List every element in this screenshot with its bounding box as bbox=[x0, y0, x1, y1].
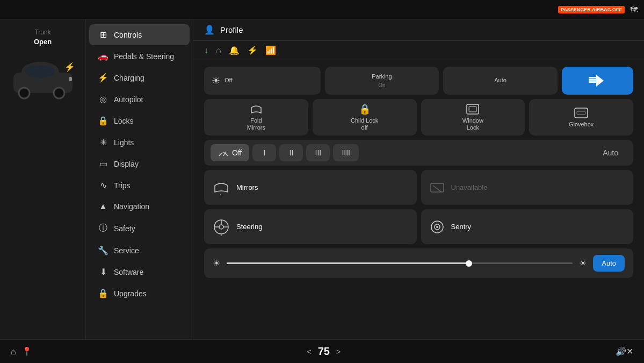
sidebar-item-upgrades[interactable]: 🔒 Upgrades bbox=[89, 283, 190, 304]
unavailable-label: Unavailable bbox=[451, 183, 625, 191]
sidebar-item-software[interactable]: ⬇ Software bbox=[89, 261, 190, 282]
parking-lights-button[interactable]: Parking On bbox=[325, 67, 439, 95]
sun-icon: ☀ bbox=[212, 75, 220, 87]
display-icon: ▭ bbox=[98, 159, 108, 169]
svg-text:↕: ↕ bbox=[220, 233, 223, 236]
sentry-card[interactable]: Sentry bbox=[421, 209, 634, 244]
sidebar-item-locks[interactable]: 🔒 Locks bbox=[89, 110, 190, 131]
unavailable-card[interactable]: Unavailable bbox=[421, 170, 634, 205]
taskbar-pin-icon[interactable]: 📍 bbox=[21, 346, 32, 357]
svg-rect-8 bbox=[589, 77, 596, 79]
home-status-icon: ⌂ bbox=[216, 46, 221, 55]
controls-label: Controls bbox=[114, 31, 142, 39]
locks-label: Locks bbox=[114, 117, 134, 125]
sidebar-item-service[interactable]: 🔧 Service bbox=[89, 240, 190, 261]
brightness-slider[interactable] bbox=[227, 262, 573, 264]
wiper-speed-2-button[interactable]: II bbox=[279, 144, 303, 161]
glovebox-label: Glovebox bbox=[569, 121, 594, 128]
high-beam-icon bbox=[589, 75, 606, 87]
mirrors-auto-label: Mirrors bbox=[236, 183, 408, 191]
svg-line-19 bbox=[433, 186, 442, 192]
exterior-lights-button[interactable]: ☀ Off bbox=[204, 67, 321, 95]
wiper-speed-3-button[interactable]: III bbox=[306, 144, 330, 161]
lights-control-row: ☀ Off Parking On Auto bbox=[204, 67, 633, 95]
sidebar-item-autopilot[interactable]: ◎ Autopilot bbox=[89, 89, 190, 110]
child-lock-button[interactable]: 🔒 Child Lockoff bbox=[313, 99, 417, 136]
speed-display: 75 bbox=[318, 345, 330, 358]
sidebar-item-controls[interactable]: ⊞ Controls bbox=[89, 24, 190, 45]
unavailable-icon bbox=[430, 180, 445, 195]
sidebar-item-display[interactable]: ▭ Display bbox=[89, 153, 190, 174]
misc-control-row: FoldMirrors 🔒 Child Lockoff WindowLock bbox=[204, 99, 633, 136]
taskbar: ⌂ 📍 < 75 > 🔊✕ bbox=[0, 339, 644, 363]
pedals-icon: 🚗 bbox=[98, 51, 108, 61]
navigation-icon: ▲ bbox=[98, 202, 108, 211]
steering-auto-icon: ↕ bbox=[213, 218, 230, 236]
svg-point-2 bbox=[25, 65, 55, 78]
svg-point-3 bbox=[19, 88, 30, 98]
brightness-auto-button[interactable]: Auto bbox=[593, 255, 625, 272]
auto-lights-label: Auto bbox=[494, 77, 506, 84]
window-lock-label: WindowLock bbox=[462, 117, 483, 131]
auto-adjust-row-2: ↕ Steering Sentry bbox=[204, 209, 633, 244]
parking-label: Parking bbox=[372, 73, 392, 80]
trips-icon: ∿ bbox=[98, 180, 108, 190]
glovebox-button[interactable]: Glovebox bbox=[529, 99, 633, 136]
wiper-speed-1-button[interactable]: I bbox=[252, 144, 276, 161]
sidebar-item-trips[interactable]: ∿ Trips bbox=[89, 175, 190, 196]
service-icon: 🔧 bbox=[98, 245, 108, 255]
svg-point-21 bbox=[219, 225, 223, 229]
steering-auto-card[interactable]: ↕ Steering bbox=[204, 209, 417, 244]
fold-mirrors-button[interactable]: FoldMirrors bbox=[204, 99, 308, 136]
sidebar-item-pedals[interactable]: 🚗 Pedals & Steering bbox=[89, 46, 190, 67]
unavailable-content: Unavailable bbox=[451, 183, 625, 191]
steering-label: Steering bbox=[236, 223, 408, 231]
sidebar-item-lights[interactable]: ✳ Lights bbox=[89, 132, 190, 153]
profile-label: Profile bbox=[220, 25, 243, 34]
wiper-auto-button[interactable]: Auto bbox=[594, 144, 627, 161]
svg-rect-5 bbox=[69, 77, 72, 81]
window-lock-button[interactable]: WindowLock bbox=[421, 99, 525, 136]
steering-auto-content: Steering bbox=[236, 223, 408, 231]
locks-icon: 🔒 bbox=[98, 116, 108, 126]
sidebar: ⊞ Controls 🚗 Pedals & Steering ⚡ Chargin… bbox=[86, 19, 193, 339]
upgrades-icon: 🔒 bbox=[98, 288, 108, 298]
brightness-bright-icon: ☀ bbox=[579, 258, 587, 268]
high-beam-button[interactable] bbox=[562, 67, 633, 95]
mirrors-auto-icon: ↕ bbox=[213, 180, 230, 195]
airbag-badge: PASSENGER AIRBAG OFF bbox=[558, 6, 625, 13]
sentry-label: Sentry bbox=[451, 223, 625, 231]
sidebar-item-charging[interactable]: ⚡ Charging bbox=[89, 67, 190, 88]
taskbar-home-icon[interactable]: ⌂ bbox=[11, 347, 16, 357]
charging-label: Charging bbox=[114, 74, 144, 82]
svg-rect-12 bbox=[469, 106, 476, 112]
svg-text:↕: ↕ bbox=[219, 193, 222, 195]
car-panel: Trunk Open ⚡ bbox=[0, 19, 86, 339]
fold-mirrors-icon bbox=[249, 103, 263, 115]
download-status-icon: ↓ bbox=[204, 46, 208, 55]
car-silhouette-svg: ⚡ bbox=[11, 56, 75, 99]
profile-header: 👤 Profile bbox=[193, 19, 644, 41]
sidebar-item-safety[interactable]: ⓘ Safety bbox=[89, 217, 190, 239]
glovebox-icon bbox=[574, 107, 588, 119]
profile-icon: 👤 bbox=[204, 25, 215, 35]
next-arrow[interactable]: > bbox=[336, 347, 341, 356]
display-label: Display bbox=[114, 160, 139, 168]
signal-status-icon: 📶 bbox=[265, 45, 276, 55]
taskbar-center: < 75 > bbox=[307, 345, 341, 358]
mirrors-auto-content: Mirrors bbox=[236, 183, 408, 191]
bell-status-icon: 🔔 bbox=[229, 45, 240, 55]
prev-arrow[interactable]: < bbox=[307, 347, 312, 356]
svg-point-28 bbox=[436, 226, 438, 228]
volume-icon[interactable]: 🔊✕ bbox=[616, 346, 633, 357]
svg-line-16 bbox=[223, 152, 226, 156]
lights-icon: ✳ bbox=[98, 137, 108, 147]
wiper-speed-4-button[interactable]: IIII bbox=[333, 144, 359, 161]
sidebar-item-navigation[interactable]: ▲ Navigation bbox=[89, 196, 190, 217]
wiper-off-button[interactable]: Off bbox=[211, 144, 249, 161]
fold-mirrors-label: FoldMirrors bbox=[247, 117, 265, 131]
autopilot-icon: ◎ bbox=[98, 94, 108, 104]
mirrors-auto-card[interactable]: ↕ Mirrors bbox=[204, 170, 417, 205]
trunk-status: Open bbox=[34, 37, 52, 47]
auto-lights-button[interactable]: Auto bbox=[443, 67, 558, 95]
